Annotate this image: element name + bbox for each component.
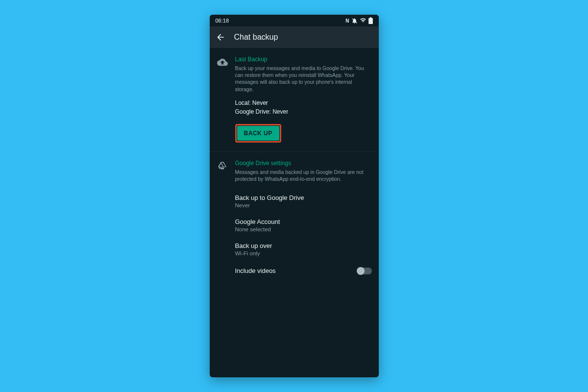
setting-backup-over[interactable]: Back up over Wi-Fi only [235,237,372,261]
nfc-icon: N [345,18,349,24]
gdrive-settings-section: Google Drive settings Messages and media… [210,152,379,285]
phone-frame: 06:18 N Chat backup Last Backup Back up … [210,15,379,377]
google-drive-icon [217,160,228,276]
gdrive-backup-value: Google Drive: Never [235,108,372,115]
setting-value: None selected [235,226,372,232]
setting-label: Google Account [235,218,372,225]
switch-knob [357,267,365,275]
svg-rect-1 [368,18,373,24]
last-backup-title: Last Backup [235,56,372,63]
include-videos-label: Include videos [235,267,276,274]
setting-label: Back up to Google Drive [235,194,372,201]
setting-backup-frequency[interactable]: Back up to Google Drive Never [235,189,372,213]
arrow-back-icon [216,32,225,42]
wifi-icon [360,17,367,24]
notifications-off-icon [351,18,358,24]
last-backup-desc: Back up your messages and media to Googl… [235,65,372,93]
status-time: 06:18 [216,18,229,24]
svg-rect-2 [369,17,371,18]
local-backup-value: Local: Never [235,99,372,106]
setting-include-videos[interactable]: Include videos [235,261,372,276]
status-bar: 06:18 N [210,15,379,26]
backup-button[interactable]: BACK UP [237,126,279,141]
content-scroll[interactable]: Last Backup Back up your messages and me… [210,48,379,377]
include-videos-switch[interactable] [357,268,372,274]
tutorial-highlight: BACK UP [235,124,281,143]
setting-google-account[interactable]: Google Account None selected [235,213,372,237]
setting-value: Wi-Fi only [235,250,372,256]
setting-value: Never [235,202,372,208]
cloud-upload-icon [217,56,228,143]
gdrive-settings-title: Google Drive settings [235,160,372,167]
setting-label: Back up over [235,242,372,249]
app-bar: Chat backup [210,26,379,48]
gdrive-settings-desc: Messages and media backed up in Google D… [235,169,372,182]
last-backup-section: Last Backup Back up your messages and me… [210,48,379,152]
status-icons: N [345,17,372,24]
battery-icon [368,17,373,24]
page-title: Chat backup [234,33,278,42]
back-button[interactable] [216,32,225,42]
